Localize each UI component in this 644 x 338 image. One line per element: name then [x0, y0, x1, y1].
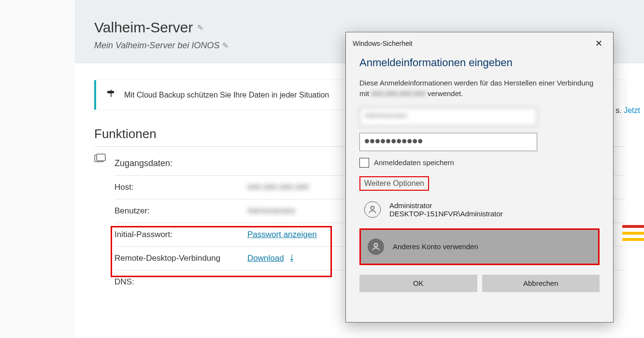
- credentials-icon: [94, 154, 106, 166]
- account1-path: DESKTOP-151NFVR\Administrator: [389, 210, 503, 218]
- svg-rect-1: [97, 154, 105, 161]
- account-option-admin[interactable]: Administrator DESKTOP-151NFVR\Administra…: [359, 197, 600, 223]
- dialog-description: Diese Anmeldeinformationen werden für da…: [359, 78, 600, 99]
- account1-name: Administrator: [389, 201, 503, 210]
- host-value: ###.###.###.###: [247, 183, 309, 192]
- pencil-icon[interactable]: ✎: [197, 23, 203, 32]
- page-subtitle: Mein Valheim-Server bei IONOS: [94, 41, 219, 51]
- account-option-other[interactable]: Anderes Konto verwenden: [359, 228, 600, 265]
- decorative-bar: [622, 232, 644, 235]
- pencil-icon[interactable]: ✎: [222, 41, 229, 50]
- user-icon: [368, 239, 384, 255]
- more-options-link[interactable]: Weitere Optionen: [364, 179, 424, 188]
- download-link[interactable]: Download: [247, 254, 284, 263]
- dialog-titlebar: Windows-Sicherheit ✕: [346, 32, 613, 55]
- dns-key: DNS:: [114, 277, 247, 287]
- user-key: Benutzer:: [114, 206, 247, 216]
- remember-label: Anmeldedaten speichern: [374, 158, 454, 167]
- host-key: Host:: [114, 183, 247, 192]
- show-password-link[interactable]: Passwort anzeigen: [247, 230, 317, 239]
- svg-point-3: [374, 243, 378, 247]
- rdp-key: Remote-Desktop-Verbindung: [114, 254, 247, 263]
- left-gutter: [0, 0, 75, 338]
- user-icon: [364, 201, 381, 218]
- checkbox-icon[interactable]: [359, 158, 369, 168]
- ok-button[interactable]: OK: [359, 275, 477, 292]
- password-key: Initial-Passwort:: [114, 230, 247, 239]
- page-title: Valheim-Server: [94, 19, 193, 36]
- windows-security-dialog: Windows-Sicherheit ✕ Anmeldeinformatione…: [345, 32, 614, 323]
- decorative-bar: [622, 238, 644, 241]
- password-input[interactable]: ●●●●●●●●●●●: [359, 133, 537, 151]
- alert-text: Mit Cloud Backup schützen Sie Ihre Daten…: [124, 91, 329, 99]
- dialog-heading: Anmeldeinformationen eingeben: [359, 56, 600, 69]
- alert-suffix: s.: [615, 106, 621, 114]
- user-value: Administrator: [247, 206, 296, 216]
- download-icon[interactable]: ⭳: [288, 254, 296, 263]
- username-input[interactable]: Administrator: [359, 108, 537, 126]
- account2-label: Anderes Konto verwenden: [393, 242, 478, 251]
- cancel-button[interactable]: Abbrechen: [482, 275, 600, 292]
- dialog-window-title: Windows-Sicherheit: [353, 40, 413, 47]
- highlight-box-more-options: Weitere Optionen: [359, 176, 429, 191]
- remember-row[interactable]: Anmeldedaten speichern: [359, 158, 600, 168]
- decorative-bar: [622, 225, 644, 228]
- svg-point-2: [371, 206, 374, 210]
- signpost-icon: [106, 89, 115, 101]
- alert-link-jetzt[interactable]: Jetzt: [624, 106, 640, 114]
- close-icon[interactable]: ✕: [591, 36, 606, 51]
